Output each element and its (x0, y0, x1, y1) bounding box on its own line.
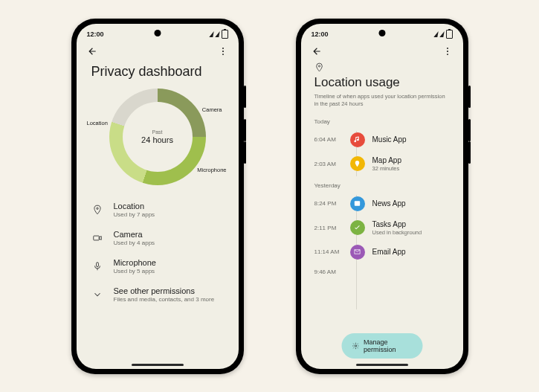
svg-point-9 (318, 65, 320, 66)
svg-point-0 (222, 47, 224, 48)
svg-point-3 (96, 208, 97, 209)
svg-point-7 (447, 51, 448, 52)
phone-frame-left: 12:00 Privacy dashboard Past (71, 19, 244, 374)
gesture-nav-handle[interactable] (356, 364, 408, 366)
battery-icon (446, 30, 453, 39)
permission-sub: Files and media, contacts, and 3 more (114, 296, 215, 303)
camera-punch-hole (154, 30, 161, 36)
camera-punch-hole (378, 30, 385, 36)
permission-row-see-other[interactable]: See other permissionsFiles and media, co… (90, 280, 225, 309)
donut-caption-top: Past (152, 129, 162, 135)
permission-label: Camera (114, 230, 155, 239)
battery-icon (222, 30, 228, 39)
timeline-app: Tasks App (372, 220, 422, 228)
timeline-app: Music App (372, 135, 407, 144)
timeline-row[interactable]: 2:11 PM Tasks AppUsed in background (314, 216, 450, 240)
permission-row-location[interactable]: LocationUsed by 7 apps (90, 196, 225, 224)
more-vert-icon (218, 46, 228, 57)
timeline-row-cutoff: 9:46 AM (314, 264, 450, 280)
timeline-row[interactable]: 2:03 AM Map App32 minutes (314, 152, 450, 176)
screen-privacy-dashboard: 12:00 Privacy dashboard Past (77, 24, 239, 369)
camera-icon (91, 233, 103, 243)
timeline-sub: Used in background (372, 229, 422, 236)
page-title: Location usage (314, 75, 450, 90)
manage-permission-label: Manage permission (364, 338, 412, 353)
timeline-app: News App (372, 199, 406, 208)
svg-point-2 (222, 54, 224, 55)
phone-frame-right: 12:00 Location usage Timeline of whe (296, 19, 468, 374)
gesture-nav-handle[interactable] (132, 364, 184, 366)
donut-label-microphone: Microphone (197, 167, 226, 173)
status-time: 12:00 (87, 30, 104, 38)
donut-label-camera: Camera (202, 106, 222, 113)
status-time: 12:00 (312, 30, 329, 38)
microphone-icon (91, 261, 103, 271)
app-icon-map (350, 156, 365, 171)
svg-point-1 (222, 51, 224, 52)
more-vert-icon (442, 46, 453, 57)
back-button[interactable] (87, 46, 97, 57)
section-header-today: Today (301, 112, 463, 128)
svg-point-8 (447, 54, 448, 55)
app-icon-news (350, 196, 365, 211)
donut-caption-main: 24 hours (141, 135, 173, 144)
timeline-sub: 32 minutes (372, 165, 401, 172)
timeline-time: 6:04 AM (314, 136, 343, 143)
usage-donut-chart: Past 24 hours Location Camera Microphone (109, 89, 206, 185)
overflow-menu[interactable] (442, 46, 453, 57)
page-subtitle: Timeline of when apps used your location… (314, 93, 450, 108)
permission-sub: Used by 5 apps (114, 268, 156, 274)
signal-icon (439, 31, 444, 37)
donut-label-location: Location (87, 120, 108, 126)
permission-sub: Used by 7 apps (114, 211, 155, 218)
arrow-left-icon (312, 46, 322, 57)
location-pin-icon (91, 205, 103, 215)
section-header-yesterday: Yesterday (301, 176, 463, 192)
timeline-time: 11:14 AM (314, 248, 343, 255)
gear-icon (352, 341, 359, 350)
app-icon-email (350, 245, 365, 260)
svg-point-6 (447, 47, 448, 48)
location-pin-icon (314, 62, 450, 72)
timeline-time: 9:46 AM (314, 269, 343, 275)
permission-row-camera[interactable]: CameraUsed by 4 apps (90, 224, 225, 252)
timeline-app: Map App (372, 156, 401, 164)
svg-point-11 (355, 344, 356, 346)
signal-icon (215, 31, 219, 37)
permission-label: Microphone (114, 258, 156, 267)
timeline-row[interactable]: 11:14 AM Email App (314, 240, 450, 264)
overflow-menu[interactable] (218, 46, 228, 57)
permission-label: Location (114, 202, 155, 211)
timeline-time: 2:11 PM (314, 225, 343, 231)
chevron-down-icon (91, 289, 103, 300)
app-icon-music (350, 132, 365, 147)
signal-icon (209, 31, 213, 37)
back-button[interactable] (312, 46, 322, 57)
manage-permission-button[interactable]: Manage permission (341, 333, 422, 359)
permission-label: See other permissions (114, 286, 215, 295)
svg-rect-10 (355, 202, 360, 206)
arrow-left-icon (87, 46, 97, 57)
app-icon-tasks (350, 220, 365, 235)
page-title: Privacy dashboard (77, 60, 239, 87)
permission-sub: Used by 4 apps (114, 240, 155, 246)
timeline-time: 2:03 AM (314, 161, 343, 167)
screen-location-usage: 12:00 Location usage Timeline of whe (301, 24, 463, 369)
timeline-row[interactable]: 6:04 AM Music App (314, 128, 450, 152)
timeline-time: 8:24 PM (314, 200, 343, 207)
signal-icon (433, 31, 438, 37)
svg-rect-5 (96, 262, 98, 266)
permission-row-microphone[interactable]: MicrophoneUsed by 5 apps (90, 252, 225, 280)
timeline-app: Email App (372, 248, 406, 256)
timeline-row[interactable]: 8:24 PM News App (314, 192, 450, 216)
svg-rect-4 (93, 236, 99, 240)
